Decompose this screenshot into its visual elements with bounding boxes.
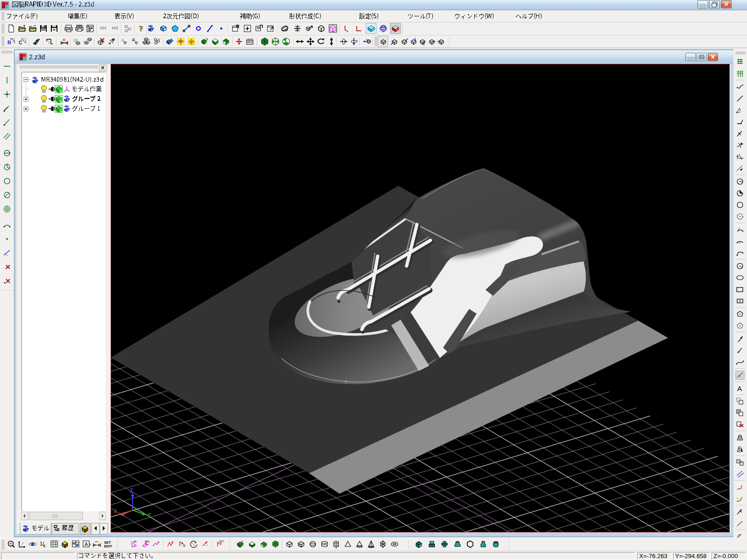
- svg-text:C: C: [19, 40, 22, 45]
- svg-text:R: R: [7, 40, 11, 45]
- svg-text:DEL: DEL: [145, 540, 150, 543]
- svg-text:EDIT: EDIT: [104, 544, 113, 548]
- svg-text:x: x: [43, 543, 46, 548]
- svg-text:R: R: [183, 544, 185, 547]
- svg-text:x: x: [246, 27, 248, 31]
- svg-text:Z: Z: [130, 488, 133, 495]
- svg-text:Y: Y: [148, 512, 151, 519]
- svg-text:7: 7: [344, 379, 347, 385]
- svg-text:INIT: INIT: [219, 540, 224, 543]
- svg-text:A: A: [85, 541, 88, 547]
- svg-text:Y: Y: [135, 540, 137, 543]
- svg-text:A: A: [737, 385, 742, 392]
- svg-text:X: X: [113, 509, 117, 515]
- svg-text:?: ?: [139, 24, 143, 33]
- svg-text:D: D: [63, 38, 65, 42]
